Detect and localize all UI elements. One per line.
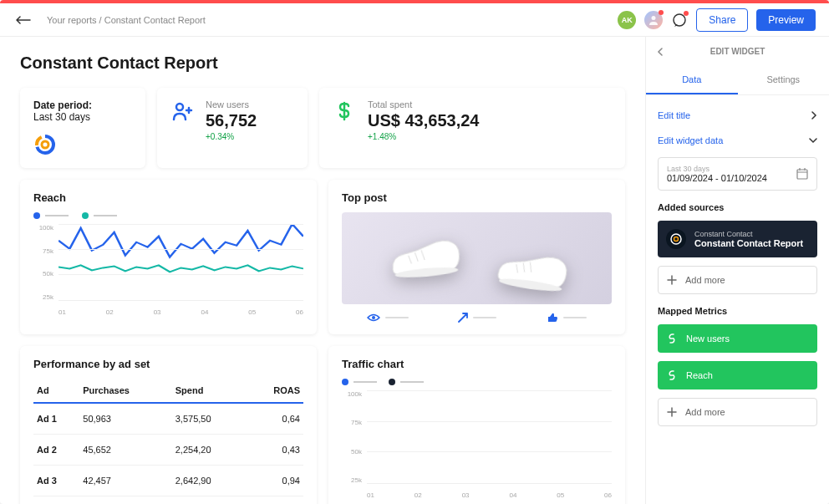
source-item[interactable]: Constant Contact Constant Contact Report [658,221,817,257]
mapped-metric-item[interactable]: New users [658,324,817,353]
panel-header: EDIT WIDGET [646,37,829,66]
plus-icon [667,275,677,285]
like-stat [547,313,587,323]
table-cell: Ad 1 [33,403,79,435]
source-provider: Constant Contact [694,230,803,238]
views-stat [367,313,409,322]
chevron-left-icon [656,48,664,56]
add-more-label: Add more [685,275,725,285]
card-title: Traffic chart [342,358,612,370]
reach-legend [33,212,303,219]
traffic-legend [342,379,612,385]
legend-item-teal [82,212,117,219]
metric-label: New users [206,99,294,109]
top-cards-row: Date period: Last 30 days New users 56,7 [20,88,625,168]
main: Constant Contact Report Date period: Las… [0,37,829,504]
sneaker-graphic [492,245,572,297]
calendar-icon [796,168,808,180]
tab-settings[interactable]: Settings [738,66,830,94]
edit-widget-data-row[interactable]: Edit widget data [658,132,817,149]
content-area: Constant Contact Report Date period: Las… [0,37,645,504]
add-metric-button[interactable]: Add more [658,398,817,426]
x-axis: 010203040506 [58,308,303,316]
eye-icon [367,313,380,322]
user-avatar-initials[interactable]: AK [618,11,636,29]
svg-point-14 [674,237,679,242]
table-cell: Ad 2 [33,435,79,466]
metric-value: US$ 43,653,24 [368,111,612,130]
svg-rect-9 [797,170,807,179]
reach-lines [58,224,303,300]
table-cell: 50,963 [79,403,171,435]
edit-widget-panel: EDIT WIDGET Data Settings Edit title Edi… [645,37,829,504]
date-period-value: Last 30 days [33,111,132,123]
reach-card: Reach 100k75k50k25k [20,180,317,334]
sneaker-graphic [386,234,465,283]
col-purchases: Purchases [79,379,171,403]
total-spent-card: Total spent US$ 43,653,24 +1.48% [319,88,625,168]
svg-point-13 [671,234,681,244]
metric-delta: +1.48% [368,132,612,141]
svg-point-1 [674,14,685,26]
preview-button[interactable]: Preview [756,9,816,31]
table-cell: 0,94 [246,466,303,496]
date-range-label: Last 30 days [667,165,767,173]
app-window: Your reports / Constant Contact Report A… [0,0,829,504]
table-cell: 3,575,50 [172,403,246,435]
top-post-card: Top post [328,180,625,334]
traffic-chart: 100k75k50k25k 010203040506 [342,390,612,499]
tab-data[interactable]: Data [646,66,738,94]
topbar-right: AK Share Preview [618,8,816,32]
panel-tabs: Data Settings [646,66,829,95]
date-range-input[interactable]: Last 30 days 01/09/2024 - 01/10/2024 [658,157,817,191]
reach-chart: 100k75k50k25k 01020304050 [33,224,303,316]
performance-table: Ad Purchases Spend ROAS Ad 150,9633,575,… [33,379,303,496]
chevron-down-icon [809,137,817,144]
y-axis: 100k75k50k25k [33,224,57,301]
top-post-image [342,212,612,304]
edit-widget-data-label: Edit widget data [658,135,723,145]
svg-point-5 [176,104,183,110]
svg-point-8 [372,316,375,319]
source-name: Constant Contact Report [694,238,803,248]
progress-ring-icon [33,133,57,156]
traffic-card: Traffic chart 100k75k50k25k [328,346,625,504]
chevron-right-icon [811,111,817,120]
col-spend: Spend [172,379,246,403]
mapped-metrics-label: Mapped Metrics [658,306,817,316]
metric-name: Reach [686,370,713,380]
date-period-label: Date period: [33,99,132,111]
card-title: Top post [342,191,612,204]
date-range-value: 01/09/2024 - 01/10/2024 [667,173,767,183]
share-button[interactable]: Share [696,8,748,32]
arrow-left-icon [16,16,31,24]
mapped-metric-item[interactable]: Reach [658,361,817,389]
breadcrumb: Your reports / Constant Contact Report [47,15,206,25]
panel-back-button[interactable] [656,48,664,56]
table-cell: 45,652 [79,435,171,466]
legend-item-dark [389,379,424,385]
metric-value: 56,752 [206,111,294,130]
chart-plot-area [58,224,303,301]
constant-contact-icon [669,232,683,246]
svg-point-0 [652,16,656,20]
chat-button[interactable] [671,12,688,28]
edit-title-row[interactable]: Edit title [658,107,817,124]
legend-item-blue [342,379,377,385]
user-avatar-photo[interactable] [644,11,663,29]
card-title: Reach [33,191,303,204]
table-cell: Ad 3 [33,466,79,496]
add-more-label: Add more [685,407,725,417]
x-axis: 010203040506 [367,491,612,499]
table-cell: 2,642,90 [172,466,246,496]
add-source-button[interactable]: Add more [658,266,817,294]
metric-delta: +0.34% [206,132,294,141]
link-icon [666,369,678,381]
back-button[interactable] [13,10,33,30]
thumbs-up-icon [547,313,558,323]
table-row: Ad 245,6522,254,200,43 [33,435,303,466]
post-stats [342,313,612,323]
bars-area [367,390,612,484]
card-title: Performance by ad set [33,358,303,370]
panel-body: Edit title Edit widget data Last 30 days… [646,95,829,438]
